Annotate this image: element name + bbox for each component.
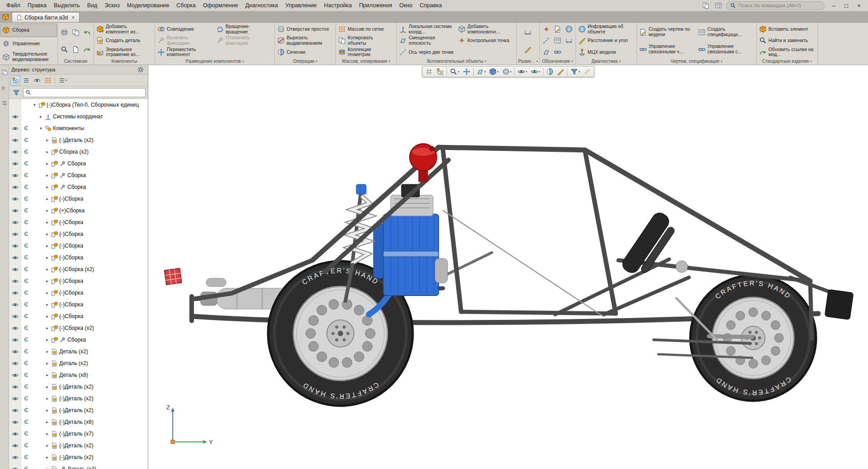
tree-row[interactable]: Є▸Сборка xyxy=(9,158,148,169)
section-button[interactable]: Сечение xyxy=(276,47,334,58)
create-drawing-from-model-button[interactable]: Создать чертеж по модели xyxy=(638,23,696,41)
pan-button[interactable] xyxy=(461,67,472,76)
screen-layout-button[interactable] xyxy=(713,0,723,10)
visibility-eye-icon[interactable] xyxy=(9,146,21,158)
object-information-button[interactable]: Информация об объекте xyxy=(577,23,635,35)
tree-row[interactable]: Є▸(-)Деталь (x6) xyxy=(9,416,148,428)
tree-row[interactable]: Є▸Сборка xyxy=(9,181,148,193)
tree-row[interactable]: Є▸(-)Сборка (x2) xyxy=(9,322,148,334)
collapsed-arrow-icon[interactable]: ▸ xyxy=(45,338,50,342)
tree-row[interactable]: Є▸(-)Деталь (x2) xyxy=(9,404,148,416)
menu-item[interactable]: Оформление xyxy=(199,1,242,10)
tree-row[interactable]: Є▸(-)Сборка xyxy=(9,275,148,287)
tree-row[interactable]: Є▸Деталь (x2) xyxy=(9,346,148,357)
designation-mark-button[interactable] xyxy=(564,23,574,35)
designation-link-button[interactable] xyxy=(552,47,563,58)
collapsed-arrow-icon[interactable]: ▸ xyxy=(45,267,50,272)
collapsed-arrow-icon[interactable]: ▸ xyxy=(45,173,50,178)
collapsed-arrow-icon[interactable]: ▸ xyxy=(45,208,50,213)
visibility-eye-icon[interactable] xyxy=(9,169,21,181)
view-isometry-button[interactable]: ▾ xyxy=(488,67,500,76)
find-and-replace-button[interactable]: Найти и заменить xyxy=(758,35,816,46)
tree-row[interactable]: Є▸Деталь (x2) xyxy=(9,357,148,369)
insert-element-button[interactable]: Вставить элемент xyxy=(758,23,816,35)
collapsed-arrow-icon[interactable]: ▸ xyxy=(45,467,50,469)
visibility-eye-icon[interactable] xyxy=(9,122,21,134)
variables-button[interactable]: fx xyxy=(0,83,9,92)
manage-linked-specifications-button[interactable]: Управление связанными с... xyxy=(697,41,755,58)
tree-row[interactable]: Є▸(-)Сборка xyxy=(9,299,148,310)
copy-objects-button[interactable]: Копировать объекты xyxy=(337,35,395,46)
collapsed-arrow-icon[interactable]: ▸ xyxy=(45,314,50,319)
model-canvas[interactable]: CRAFTER'S HANDCRAFTER'S HANDCRAFTER'S HA… xyxy=(148,65,868,469)
collapsed-arrow-icon[interactable]: ▸ xyxy=(45,232,50,236)
visibility-eye-icon[interactable] xyxy=(9,463,21,469)
tree-row[interactable]: Є▸(-)Сборка xyxy=(9,310,148,322)
tree-display-options-button[interactable]: ▾ xyxy=(57,75,69,85)
tree-row[interactable]: Є▸(-)Сборка xyxy=(9,193,148,205)
visibility-eye-icon[interactable] xyxy=(9,416,21,428)
tree-row[interactable]: Є▸(-)Сборка xyxy=(9,252,148,263)
orientation-button[interactable]: ▾ xyxy=(475,67,487,76)
visibility-eye-icon[interactable] xyxy=(9,240,21,252)
menu-item[interactable]: Настройка xyxy=(321,1,356,10)
visibility-eye-icon[interactable] xyxy=(9,228,21,240)
scene-settings-button[interactable] xyxy=(435,67,445,76)
redo-button[interactable] xyxy=(82,41,92,58)
visibility-eye-icon[interactable] xyxy=(9,381,21,393)
maximize-button[interactable]: □ xyxy=(840,1,853,10)
designation-plane-button[interactable] xyxy=(541,47,552,58)
designation-axis-button[interactable] xyxy=(541,35,552,46)
collapsed-arrow-icon[interactable]: ▸ xyxy=(45,385,50,389)
visibility-eye-icon[interactable] xyxy=(9,193,21,205)
visibility-eye-icon[interactable] xyxy=(9,357,21,369)
tree-row[interactable]: Є▸(-)Деталь (x2) xyxy=(9,451,148,463)
collapsed-arrow-icon[interactable]: ▸ xyxy=(45,431,50,436)
collapsed-arrow-icon[interactable]: ▸ xyxy=(45,302,50,307)
structure-view-button[interactable] xyxy=(10,75,20,85)
menu-item[interactable]: Файл xyxy=(3,1,24,10)
local-coordinate-system-button[interactable]: Локальная система коорд... xyxy=(398,23,456,35)
tree-row[interactable]: Є▸(-)Деталь (x2) xyxy=(9,134,148,146)
tree-row[interactable]: Є▾Компоненты xyxy=(9,122,148,134)
tree-row[interactable]: Є▸(-)Деталь (x2) xyxy=(9,440,148,451)
visibility-eye-icon[interactable] xyxy=(9,158,21,169)
visibility-eye-icon[interactable] xyxy=(9,322,21,334)
tree-search-input[interactable] xyxy=(33,89,143,96)
tree-row[interactable]: Є▸(-)Сборка (x2) xyxy=(9,263,148,275)
menu-item[interactable]: Диагностика xyxy=(242,1,282,10)
angular-dimension-button[interactable] xyxy=(518,41,538,58)
coincident-mate-button[interactable]: Совпадение xyxy=(156,23,214,35)
tree-row[interactable]: Є▸(-)Сборка xyxy=(9,216,148,228)
visibility-eye-icon[interactable] xyxy=(9,252,21,263)
object-visibility-button[interactable]: ▾ xyxy=(529,67,542,76)
visibility-overlay-button[interactable] xyxy=(32,75,42,85)
tree-row[interactable]: Є▸(-)Деталь (x7) xyxy=(9,428,148,440)
mass-properties-button[interactable]: МЦХ модели xyxy=(577,47,635,58)
main-menu-button[interactable] xyxy=(0,98,9,108)
tree-row[interactable]: Є▸Сборка xyxy=(9,169,148,181)
cut-extrude-button[interactable]: Вырезать выдавливанием xyxy=(276,35,334,46)
zoom-button[interactable]: ▾ xyxy=(448,67,461,76)
visibility-eye-icon[interactable] xyxy=(9,263,21,275)
visibility-eye-icon[interactable] xyxy=(9,334,21,346)
visibility-eye-icon[interactable] xyxy=(9,393,21,404)
offset-plane-button[interactable]: Смещенная плоскость xyxy=(398,35,456,46)
visibility-eye-icon[interactable] xyxy=(9,287,21,299)
linear-dimension-button[interactable] xyxy=(518,23,538,41)
enable-fixation-button[interactable]: Включить фиксацию xyxy=(156,35,214,46)
designation-note-button[interactable] xyxy=(552,23,563,35)
interface-layout-button[interactable] xyxy=(701,0,711,10)
command-search[interactable] xyxy=(726,1,825,10)
visibility-eye-icon[interactable] xyxy=(9,310,21,322)
filter-objects-button[interactable]: ▾ xyxy=(569,67,582,76)
mode-management-button[interactable]: Управление xyxy=(0,37,57,51)
model-rear-box[interactable] xyxy=(825,289,854,319)
model-tail-light[interactable] xyxy=(165,268,182,285)
tree-filter-icon[interactable] xyxy=(11,88,21,98)
mode-assembly-button[interactable]: Сборка xyxy=(0,23,57,37)
snap-grid-button[interactable] xyxy=(424,67,434,76)
tree-row[interactable]: Є▸Деталь (x8) xyxy=(9,369,148,381)
designation-point-button[interactable] xyxy=(541,23,552,35)
visibility-eye-icon[interactable] xyxy=(9,181,21,193)
